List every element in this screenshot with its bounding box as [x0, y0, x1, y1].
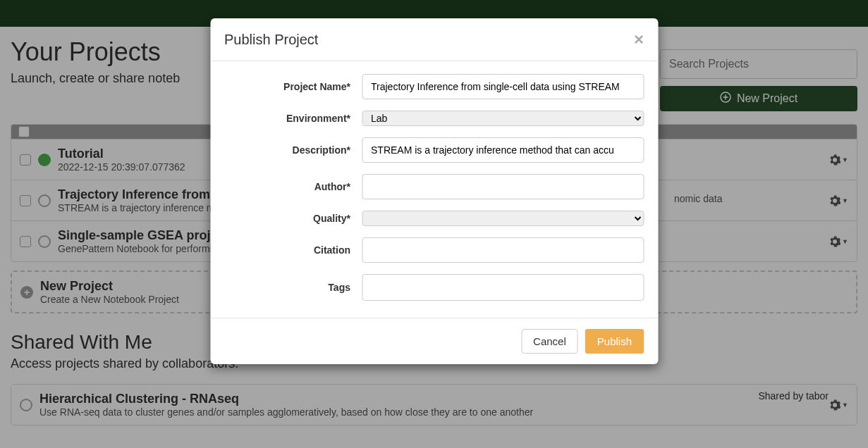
citation-input[interactable] — [362, 237, 644, 263]
author-label: Author* — [224, 181, 362, 192]
cancel-button[interactable]: Cancel — [521, 329, 578, 354]
description-input[interactable] — [362, 137, 644, 163]
project-name-input[interactable] — [362, 74, 644, 99]
tags-label: Tags — [224, 282, 362, 293]
author-input[interactable] — [362, 174, 644, 199]
environment-label: Environment* — [224, 113, 362, 124]
publish-button[interactable]: Publish — [585, 329, 644, 354]
publish-modal: Publish Project × Project Name* Environm… — [210, 18, 658, 364]
close-icon[interactable]: × — [634, 31, 644, 48]
tags-input[interactable] — [362, 274, 644, 301]
citation-label: Citation — [224, 244, 362, 256]
quality-label: Quality* — [224, 213, 362, 224]
environment-select[interactable]: Lab — [362, 111, 644, 126]
quality-select[interactable] — [362, 211, 644, 226]
description-label: Description* — [224, 144, 362, 156]
project-name-label: Project Name* — [224, 81, 362, 92]
modal-title: Publish Project — [224, 32, 318, 48]
